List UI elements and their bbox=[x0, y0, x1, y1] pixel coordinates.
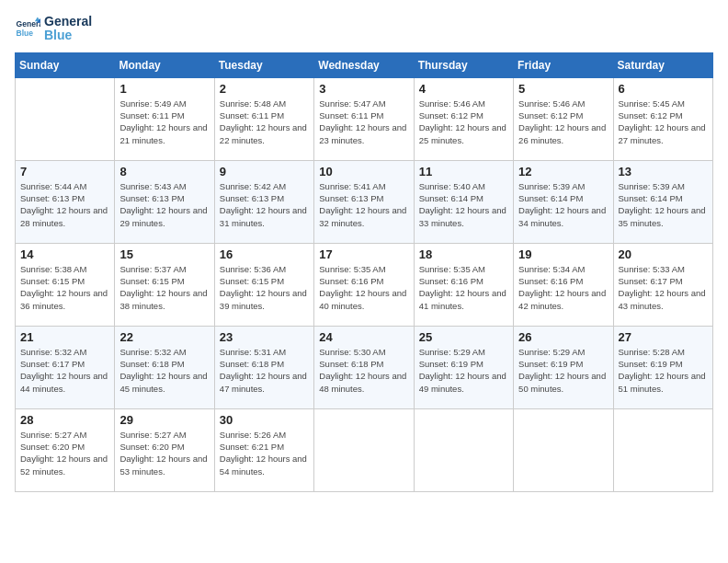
day-number: 9 bbox=[220, 165, 309, 178]
calendar-cell: 29 Sunrise: 5:27 AM Sunset: 6:20 PM Dayl… bbox=[115, 408, 214, 491]
day-number: 17 bbox=[319, 247, 408, 261]
sunset-text: Sunset: 6:17 PM bbox=[619, 275, 708, 287]
day-number: 12 bbox=[518, 165, 608, 178]
calendar-cell: 8 Sunrise: 5:43 AM Sunset: 6:13 PM Dayli… bbox=[115, 160, 214, 243]
day-info: Sunrise: 5:49 AM Sunset: 6:11 PM Dayligh… bbox=[119, 98, 209, 146]
sunset-text: Sunset: 6:15 PM bbox=[220, 275, 309, 287]
sunset-text: Sunset: 6:20 PM bbox=[119, 441, 209, 453]
sunrise-text: Sunrise: 5:26 AM bbox=[220, 429, 309, 441]
daylight-text: Daylight: 12 hours and 32 minutes. bbox=[319, 204, 408, 229]
day-number: 14 bbox=[20, 247, 109, 261]
day-number: 2 bbox=[220, 82, 309, 96]
sunset-text: Sunset: 6:19 PM bbox=[419, 358, 508, 370]
day-info: Sunrise: 5:40 AM Sunset: 6:14 PM Dayligh… bbox=[419, 180, 508, 229]
day-number: 6 bbox=[619, 82, 708, 96]
daylight-text: Daylight: 12 hours and 39 minutes. bbox=[220, 287, 309, 312]
calendar-cell: 3 Sunrise: 5:47 AM Sunset: 6:11 PM Dayli… bbox=[314, 77, 414, 160]
day-number: 16 bbox=[220, 247, 309, 261]
daylight-text: Daylight: 12 hours and 43 minutes. bbox=[619, 287, 708, 312]
sunrise-text: Sunrise: 5:39 AM bbox=[619, 180, 708, 192]
calendar-cell: 20 Sunrise: 5:33 AM Sunset: 6:17 PM Dayl… bbox=[613, 243, 712, 326]
sunset-text: Sunset: 6:15 PM bbox=[20, 275, 109, 287]
day-number: 24 bbox=[319, 330, 408, 344]
sunrise-text: Sunrise: 5:43 AM bbox=[119, 180, 209, 192]
sunrise-text: Sunrise: 5:38 AM bbox=[20, 263, 109, 275]
day-number: 7 bbox=[20, 165, 109, 178]
sunrise-text: Sunrise: 5:41 AM bbox=[319, 180, 408, 192]
day-info: Sunrise: 5:41 AM Sunset: 6:13 PM Dayligh… bbox=[319, 180, 408, 229]
sunset-text: Sunset: 6:13 PM bbox=[20, 192, 109, 204]
day-info: Sunrise: 5:46 AM Sunset: 6:12 PM Dayligh… bbox=[518, 98, 608, 146]
logo-text-blue: Blue bbox=[44, 29, 92, 42]
logo: General Blue General Blue bbox=[15, 15, 92, 43]
sunset-text: Sunset: 6:11 PM bbox=[220, 109, 309, 121]
daylight-text: Daylight: 12 hours and 48 minutes. bbox=[319, 370, 408, 395]
calendar-cell: 23 Sunrise: 5:31 AM Sunset: 6:18 PM Dayl… bbox=[214, 326, 313, 408]
day-number: 11 bbox=[419, 165, 508, 178]
day-info: Sunrise: 5:32 AM Sunset: 6:17 PM Dayligh… bbox=[20, 346, 109, 395]
day-info: Sunrise: 5:27 AM Sunset: 6:20 PM Dayligh… bbox=[119, 429, 209, 477]
logo-icon: General Blue bbox=[15, 16, 40, 41]
calendar-cell: 5 Sunrise: 5:46 AM Sunset: 6:12 PM Dayli… bbox=[514, 77, 613, 160]
daylight-text: Daylight: 12 hours and 33 minutes. bbox=[419, 204, 508, 229]
calendar-cell: 9 Sunrise: 5:42 AM Sunset: 6:13 PM Dayli… bbox=[214, 160, 313, 243]
day-number: 8 bbox=[119, 165, 209, 178]
daylight-text: Daylight: 12 hours and 52 minutes. bbox=[20, 453, 109, 477]
daylight-text: Daylight: 12 hours and 27 minutes. bbox=[619, 121, 708, 146]
daylight-text: Daylight: 12 hours and 22 minutes. bbox=[220, 121, 309, 146]
daylight-text: Daylight: 12 hours and 38 minutes. bbox=[119, 287, 209, 312]
calendar-week-row: 14 Sunrise: 5:38 AM Sunset: 6:15 PM Dayl… bbox=[16, 243, 713, 326]
day-number: 25 bbox=[419, 330, 508, 344]
sunset-text: Sunset: 6:16 PM bbox=[518, 275, 608, 287]
calendar-cell bbox=[414, 408, 513, 491]
daylight-text: Daylight: 12 hours and 49 minutes. bbox=[419, 370, 508, 395]
sunset-text: Sunset: 6:11 PM bbox=[319, 109, 408, 121]
calendar-table: SundayMondayTuesdayWednesdayThursdayFrid… bbox=[15, 52, 713, 492]
sunset-text: Sunset: 6:18 PM bbox=[119, 358, 209, 370]
day-number: 27 bbox=[619, 330, 708, 344]
sunset-text: Sunset: 6:12 PM bbox=[518, 109, 608, 121]
day-number: 23 bbox=[220, 330, 309, 344]
sunrise-text: Sunrise: 5:32 AM bbox=[119, 346, 209, 358]
sunset-text: Sunset: 6:14 PM bbox=[518, 192, 608, 204]
sunset-text: Sunset: 6:12 PM bbox=[419, 109, 508, 121]
day-info: Sunrise: 5:35 AM Sunset: 6:16 PM Dayligh… bbox=[419, 263, 508, 312]
day-number: 10 bbox=[319, 165, 408, 178]
daylight-text: Daylight: 12 hours and 21 minutes. bbox=[119, 121, 209, 146]
calendar-cell: 6 Sunrise: 5:45 AM Sunset: 6:12 PM Dayli… bbox=[613, 77, 712, 160]
calendar-week-row: 21 Sunrise: 5:32 AM Sunset: 6:17 PM Dayl… bbox=[16, 326, 713, 408]
day-info: Sunrise: 5:32 AM Sunset: 6:18 PM Dayligh… bbox=[119, 346, 209, 395]
sunrise-text: Sunrise: 5:30 AM bbox=[319, 346, 408, 358]
calendar-cell: 4 Sunrise: 5:46 AM Sunset: 6:12 PM Dayli… bbox=[414, 77, 513, 160]
calendar-week-row: 28 Sunrise: 5:27 AM Sunset: 6:20 PM Dayl… bbox=[16, 408, 713, 491]
sunset-text: Sunset: 6:19 PM bbox=[518, 358, 608, 370]
page-header: General Blue General Blue bbox=[15, 15, 713, 43]
daylight-text: Daylight: 12 hours and 51 minutes. bbox=[619, 370, 708, 395]
day-number: 15 bbox=[119, 247, 209, 261]
calendar-cell bbox=[16, 77, 115, 160]
calendar-cell: 12 Sunrise: 5:39 AM Sunset: 6:14 PM Dayl… bbox=[514, 160, 613, 243]
day-info: Sunrise: 5:38 AM Sunset: 6:15 PM Dayligh… bbox=[20, 263, 109, 312]
sunrise-text: Sunrise: 5:42 AM bbox=[220, 180, 309, 192]
calendar-cell: 14 Sunrise: 5:38 AM Sunset: 6:15 PM Dayl… bbox=[16, 243, 115, 326]
calendar-cell: 11 Sunrise: 5:40 AM Sunset: 6:14 PM Dayl… bbox=[414, 160, 513, 243]
sunset-text: Sunset: 6:20 PM bbox=[20, 441, 109, 453]
daylight-text: Daylight: 12 hours and 35 minutes. bbox=[619, 204, 708, 229]
sunrise-text: Sunrise: 5:39 AM bbox=[518, 180, 608, 192]
sunrise-text: Sunrise: 5:33 AM bbox=[619, 263, 708, 275]
calendar-cell: 24 Sunrise: 5:30 AM Sunset: 6:18 PM Dayl… bbox=[314, 326, 414, 408]
daylight-text: Daylight: 12 hours and 34 minutes. bbox=[518, 204, 608, 229]
sunrise-text: Sunrise: 5:29 AM bbox=[518, 346, 608, 358]
calendar-cell: 25 Sunrise: 5:29 AM Sunset: 6:19 PM Dayl… bbox=[414, 326, 513, 408]
weekday-header-saturday: Saturday bbox=[613, 52, 712, 77]
daylight-text: Daylight: 12 hours and 41 minutes. bbox=[419, 287, 508, 312]
day-info: Sunrise: 5:28 AM Sunset: 6:19 PM Dayligh… bbox=[619, 346, 708, 395]
weekday-header-thursday: Thursday bbox=[414, 52, 513, 77]
sunrise-text: Sunrise: 5:48 AM bbox=[220, 98, 309, 109]
sunrise-text: Sunrise: 5:28 AM bbox=[619, 346, 708, 358]
calendar-cell: 21 Sunrise: 5:32 AM Sunset: 6:17 PM Dayl… bbox=[16, 326, 115, 408]
day-info: Sunrise: 5:42 AM Sunset: 6:13 PM Dayligh… bbox=[220, 180, 309, 229]
sunrise-text: Sunrise: 5:32 AM bbox=[20, 346, 109, 358]
daylight-text: Daylight: 12 hours and 36 minutes. bbox=[20, 287, 109, 312]
day-info: Sunrise: 5:37 AM Sunset: 6:15 PM Dayligh… bbox=[119, 263, 209, 312]
